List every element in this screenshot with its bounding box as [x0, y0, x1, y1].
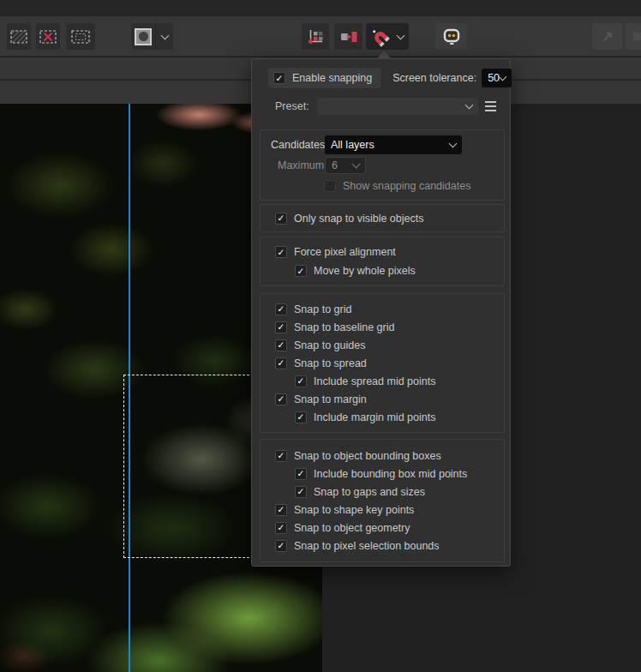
- include-margin-mid-points-checkbox[interactable]: ✓Include margin mid points: [295, 411, 435, 423]
- checkbox-icon: ✓: [275, 450, 287, 462]
- checkbox-icon: ✓: [275, 540, 287, 552]
- force-pixel-alignment-checkbox[interactable]: ✓ Force pixel alignment: [275, 246, 396, 258]
- selection-fill-icon: [9, 27, 29, 47]
- preset-label: Preset:: [275, 100, 309, 112]
- checkbox-label: Only snap to visible objects: [294, 213, 423, 225]
- checkbox-label: Include bounding box mid points: [314, 468, 467, 480]
- magnet-icon: [368, 26, 391, 48]
- faint-tool-icon: [629, 27, 641, 46]
- checkbox-label: Force pixel alignment: [294, 246, 396, 258]
- checkbox-icon: ✓: [275, 303, 287, 315]
- include-bounding-box-mid-points-checkbox[interactable]: ✓Include bounding box mid points: [295, 468, 467, 480]
- checkbox-icon: ✓: [324, 180, 336, 192]
- grid-options-button[interactable]: [302, 23, 329, 50]
- show-snapping-candidates-checkbox: ✓ Show snapping candidates: [324, 180, 470, 192]
- move-whole-pixels-checkbox[interactable]: ✓ Move by whole pixels: [295, 265, 416, 277]
- only-snap-visible-checkbox[interactable]: ✓ Only snap to visible objects: [275, 213, 423, 225]
- snapping-dropdown-button[interactable]: [392, 23, 408, 50]
- snap-to-object-geometry-checkbox[interactable]: ✓Snap to object geometry: [275, 522, 410, 534]
- enable-snapping-checkbox[interactable]: ✓ Enable snapping: [268, 68, 381, 88]
- checkbox-icon: ✓: [275, 246, 287, 258]
- snapping-button-group: [366, 23, 409, 50]
- maximum-select: 6: [325, 157, 366, 174]
- snap-to-bounding-boxes-checkbox[interactable]: ✓Snap to object bounding boxes: [275, 450, 441, 462]
- checkbox-label: Snap to object bounding boxes: [294, 450, 441, 462]
- checkbox-label: Snap to gaps and sizes: [314, 486, 425, 498]
- mask-swatch-icon: [135, 28, 152, 45]
- include-spread-mid-points-checkbox[interactable]: ✓Include spread mid points: [295, 375, 435, 387]
- checkbox-label: Snap to object geometry: [294, 522, 410, 534]
- preset-select[interactable]: [317, 98, 478, 115]
- checkbox-icon: ✓: [275, 321, 287, 333]
- title-strip: [0, 0, 641, 16]
- preset-menu-button[interactable]: [485, 101, 496, 111]
- candidates-select[interactable]: All layers: [325, 135, 462, 154]
- pixel-selection-marquee: [123, 375, 262, 558]
- screen-tolerance-select[interactable]: 50: [482, 69, 512, 87]
- checkbox-label: Snap to shape key points: [294, 504, 414, 516]
- snapping-panel: ✓ Enable snapping Screen tolerance: 50 P…: [251, 58, 511, 567]
- object-snapping-section: ✓Snap to object bounding boxes ✓Include …: [260, 439, 505, 562]
- maximum-label: Maximum:: [278, 159, 325, 171]
- preset-row: Preset:: [275, 97, 496, 115]
- chevron-down-icon: [397, 31, 405, 39]
- chevron-down-icon: [352, 160, 361, 169]
- mask-swatch-button[interactable]: [131, 23, 155, 50]
- snap-to-guides-checkbox[interactable]: ✓Snap to guides: [275, 339, 365, 351]
- maximum-value: 6: [332, 159, 338, 171]
- grid-axes-icon: [306, 27, 325, 46]
- selection-fill-button[interactable]: [7, 23, 31, 50]
- selection-deselect-icon: [38, 27, 58, 47]
- checkbox-label: Snap to baseline grid: [294, 321, 394, 333]
- candidates-section: Candidates: All layers Maximum: 6 ✓: [260, 129, 505, 201]
- checkbox-icon: ✓: [275, 339, 287, 351]
- visibility-section: ✓ Only snap to visible objects: [260, 204, 505, 232]
- checkbox-label: Snap to grid: [294, 303, 351, 315]
- checkbox-label: Move by whole pixels: [314, 265, 416, 277]
- chevron-down-icon: [160, 31, 169, 39]
- enable-snapping-label: Enable snapping: [292, 72, 372, 84]
- chevron-down-icon: [499, 73, 507, 81]
- checkbox-icon: ✓: [275, 213, 287, 225]
- pixel-alignment-section: ✓ Force pixel alignment ✓ Move by whole …: [260, 237, 505, 286]
- snap-to-grid-checkbox[interactable]: ✓Snap to grid: [275, 303, 351, 315]
- app-window: ✓ Enable snapping Screen tolerance: 50 P…: [0, 0, 641, 672]
- checkbox-label: Snap to spread: [294, 357, 367, 369]
- checkbox-icon: ✓: [273, 72, 285, 84]
- snapping-header-row: ✓ Enable snapping Screen tolerance: 50: [268, 68, 496, 88]
- candidates-label: Candidates:: [271, 139, 325, 151]
- deselect-button[interactable]: [36, 23, 60, 50]
- snap-to-shape-key-points-checkbox[interactable]: ✓Snap to shape key points: [275, 504, 414, 516]
- checkbox-label: Include spread mid points: [314, 375, 435, 387]
- checkbox-label: Snap to pixel selection bounds: [294, 540, 440, 552]
- grid-guides-section: ✓Snap to grid ✓Snap to baseline grid ✓Sn…: [260, 293, 505, 433]
- swatch-button-group: [131, 23, 173, 50]
- snap-to-baseline-grid-checkbox[interactable]: ✓Snap to baseline grid: [275, 321, 394, 333]
- checkbox-icon: ✓: [275, 522, 287, 534]
- assistant-button[interactable]: [435, 23, 467, 50]
- checkbox-icon: ✓: [295, 265, 307, 277]
- chevron-down-icon: [449, 140, 458, 148]
- snap-to-margin-checkbox[interactable]: ✓Snap to margin: [275, 393, 367, 405]
- selection-border-icon: [69, 27, 92, 47]
- snap-to-spread-checkbox[interactable]: ✓Snap to spread: [275, 357, 367, 369]
- checkbox-label: Snap to guides: [294, 339, 365, 351]
- insert-target-button[interactable]: [334, 23, 362, 50]
- show-snapping-candidates-label: Show snapping candidates: [343, 180, 470, 192]
- disabled-tool-button: [592, 23, 622, 50]
- faint-arrow-icon: [598, 27, 617, 46]
- checkbox-icon: ✓: [275, 504, 287, 516]
- snapping-button[interactable]: [366, 23, 392, 50]
- robot-icon: [440, 26, 463, 48]
- snap-to-gaps-sizes-checkbox[interactable]: ✓Snap to gaps and sizes: [295, 486, 425, 498]
- chevron-down-icon: [465, 100, 474, 109]
- main-toolbar: [0, 16, 641, 57]
- screen-tolerance-value: 50: [488, 72, 500, 84]
- selection-border-button[interactable]: [66, 23, 95, 50]
- disabled-tool-button: [626, 23, 641, 50]
- candidates-value: All layers: [331, 139, 374, 151]
- checkbox-label: Snap to margin: [294, 393, 367, 405]
- checkbox-icon: ✓: [295, 486, 307, 498]
- snap-to-pixel-selection-bounds-checkbox[interactable]: ✓Snap to pixel selection bounds: [275, 540, 440, 552]
- swatch-dropdown-button[interactable]: [155, 23, 173, 50]
